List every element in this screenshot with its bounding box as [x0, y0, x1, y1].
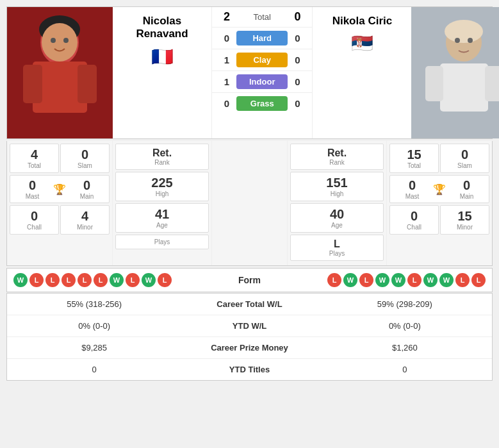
- career-stats-table: 55% (318-256) Career Total W/L 59% (298-…: [6, 293, 493, 381]
- right-high-box: 151 High: [290, 172, 384, 201]
- left-player-photo: [7, 7, 113, 138]
- stat-right-val: $1,260: [327, 343, 482, 353]
- form-label: Form: [211, 275, 288, 285]
- stat-label: Career Total W/L: [172, 299, 327, 309]
- left-main-cell: 0 Main: [66, 178, 108, 200]
- form-badge-left: L: [94, 273, 108, 287]
- form-badge-right: L: [359, 273, 373, 287]
- clay-score-right: 0: [288, 54, 307, 65]
- form-row: WLLLLLWLWL Form LWLWWLWWLL: [6, 268, 493, 292]
- svg-rect-15: [485, 66, 499, 101]
- stat-left-val: $9,285: [17, 343, 172, 353]
- hard-score-left: 0: [217, 33, 236, 44]
- svg-rect-13: [440, 63, 488, 112]
- left-age-box: 41 Age: [115, 203, 209, 233]
- form-badge-right: W: [439, 273, 454, 287]
- clay-score-left: 1: [217, 54, 236, 65]
- left-form-badges: WLLLLLWLWL: [13, 273, 211, 287]
- surface-row-clay: 1 Clay 0: [212, 49, 312, 71]
- total-row: 2 Total 0: [212, 7, 312, 28]
- left-slam-box: 0 Slam: [60, 144, 110, 173]
- left-trophy-row: 0 Mast 🏆 0 Main: [10, 175, 110, 203]
- right-under-stats: 15 Total 0 Slam 0 Mast 🏆 0 Main: [386, 141, 492, 265]
- indoor-badge: Indoor: [236, 74, 288, 89]
- left-plays-box: Plays: [115, 235, 209, 249]
- stat-label: YTD W/L: [172, 321, 327, 331]
- svg-point-16: [455, 38, 460, 43]
- right-age-box: 40 Age: [290, 203, 384, 233]
- stat-row-3: 0 YTD Titles 0: [7, 359, 492, 380]
- right-player-name: Nikola Ciric: [332, 15, 393, 28]
- grass-badge: Grass: [236, 96, 288, 111]
- surface-row-hard: 0 Hard 0: [212, 28, 312, 49]
- surface-row-indoor: 1 Indoor 0: [212, 71, 312, 93]
- center-filler: [212, 141, 287, 265]
- left-name-area: Nicolas Renavand 🇫🇷: [113, 7, 212, 138]
- form-badge-right: L: [471, 273, 486, 287]
- left-player-name: Nicolas Renavand: [116, 15, 208, 41]
- clay-badge: Clay: [236, 53, 288, 67]
- svg-point-7: [51, 38, 56, 43]
- form-badge-left: L: [126, 273, 140, 287]
- right-total-box: 15 Total: [389, 144, 439, 173]
- right-center-stats: Ret. Rank 151 High 40 Age L Plays: [287, 141, 386, 265]
- hard-badge: Hard: [236, 31, 288, 46]
- form-badge-left: W: [142, 273, 156, 287]
- right-player-flag: 🇷🇸: [351, 33, 373, 54]
- right-rank-box: Ret. Rank: [290, 144, 384, 170]
- form-badge-right: L: [327, 273, 341, 287]
- left-mast-cell: 0 Mast: [12, 178, 53, 200]
- stat-label: YTD Titles: [172, 365, 327, 374]
- stat-left-val: 0% (0-0): [17, 321, 172, 331]
- form-badge-right: L: [455, 273, 470, 287]
- svg-point-17: [468, 38, 473, 43]
- form-badge-right: W: [423, 273, 438, 287]
- right-minor-box: 15 Minor: [440, 205, 489, 235]
- stat-right-val: 0% (0-0): [327, 321, 482, 331]
- svg-rect-3: [23, 65, 42, 103]
- head-card: Nicolas Renavand 🇫🇷 2 Total 0 0 Hard 0 1: [6, 6, 493, 139]
- form-badge-left: L: [29, 273, 44, 287]
- grass-score-right: 0: [288, 98, 307, 109]
- stat-row-1: 0% (0-0) YTD W/L 0% (0-0): [7, 315, 492, 337]
- svg-point-6: [42, 23, 78, 62]
- total-label: Total: [236, 12, 288, 22]
- svg-rect-14: [425, 66, 443, 101]
- left-player-flag: 🇫🇷: [151, 46, 174, 67]
- stat-left-val: 0: [17, 365, 172, 374]
- right-trophy-icon: 🏆: [433, 183, 446, 195]
- right-chall-box: 0 Chall: [389, 205, 439, 235]
- left-high-box: 225 High: [115, 172, 209, 201]
- form-badge-right: W: [375, 273, 389, 287]
- right-trophy-row: 0 Mast 🏆 0 Main: [389, 175, 489, 203]
- stat-right-val: 59% (298-209): [327, 299, 482, 309]
- left-rank-box: Ret. Rank: [115, 144, 209, 170]
- form-badge-left: L: [78, 273, 92, 287]
- right-mast-cell: 0 Mast: [391, 178, 433, 200]
- hard-score-right: 0: [288, 33, 307, 44]
- svg-point-8: [63, 38, 69, 43]
- stat-right-val: 0: [327, 365, 482, 374]
- form-badge-left: L: [158, 273, 172, 287]
- svg-point-12: [445, 20, 483, 43]
- left-chall-box: 0 Chall: [10, 205, 59, 235]
- svg-rect-4: [78, 65, 97, 103]
- form-badge-left: W: [110, 273, 124, 287]
- form-badge-right: W: [343, 273, 357, 287]
- left-total-box: 4 Total: [10, 144, 59, 173]
- grass-score-left: 0: [217, 98, 236, 109]
- stat-row-0: 55% (318-256) Career Total W/L 59% (298-…: [7, 294, 492, 315]
- main-wrapper: Nicolas Renavand 🇫🇷 2 Total 0 0 Hard 0 1: [6, 6, 493, 381]
- stat-label: Career Prize Money: [172, 343, 327, 353]
- form-badge-left: W: [13, 273, 28, 287]
- indoor-score-right: 0: [288, 76, 307, 87]
- stat-left-val: 55% (318-256): [17, 299, 172, 309]
- form-badge-right: W: [391, 273, 405, 287]
- stats-under-row: 4 Total 0 Slam 0 Mast 🏆 0 Main: [6, 141, 493, 266]
- surface-row-grass: 0 Grass 0: [212, 93, 312, 114]
- left-trophy-icon: 🏆: [53, 183, 66, 195]
- right-form-badges: LWLWWLWWLL: [288, 273, 486, 287]
- form-badge-right: L: [407, 273, 421, 287]
- form-badge-left: L: [61, 273, 76, 287]
- stat-row-2: $9,285 Career Prize Money $1,260: [7, 337, 492, 359]
